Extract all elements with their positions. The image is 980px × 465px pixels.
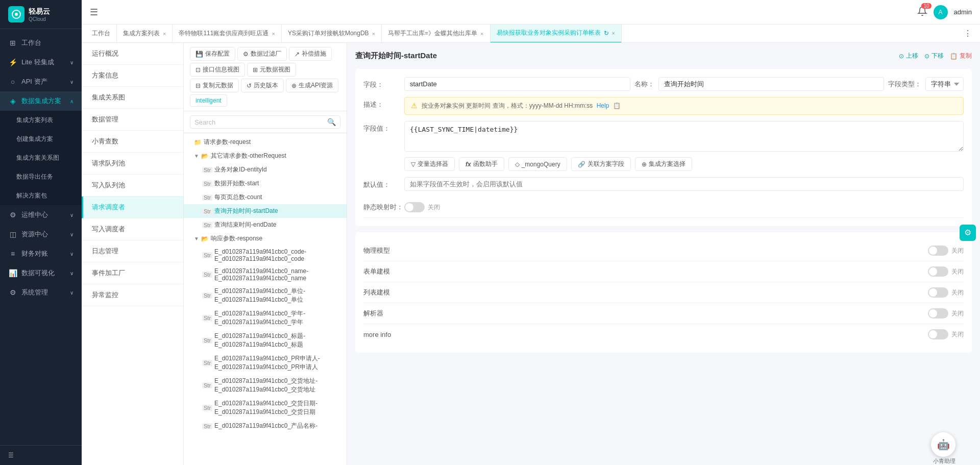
item-label: 数据开始数-start <box>214 179 340 188</box>
tree-item-year[interactable]: Str E_d010287a119a9f41cbc0_学年-E_d010287a… <box>184 307 347 329</box>
left-item-overview[interactable]: 运行概况 <box>82 43 183 65</box>
tree-item-delivery-date[interactable]: Str E_d010287a119a9f41cbc0_交货日期-E_d01028… <box>184 397 347 419</box>
tab-close-icon[interactable]: × <box>272 31 275 37</box>
name-label-text: 名称： <box>634 80 654 89</box>
tab-maheng[interactable]: 马帮手工出库=》金蝶其他出库单 × <box>382 25 490 43</box>
value-textarea[interactable]: {{LAST_SYNC_TIME|datetime}} <box>404 121 964 152</box>
tree-folder-other-request[interactable]: ▼ 📂 其它请求参数-otherRequest <box>184 149 347 163</box>
type-select[interactable]: 字符串 数字 布尔 日期 <box>925 77 964 91</box>
left-item-request-pool[interactable]: 请求队列池 <box>82 153 183 175</box>
tree-folder-response[interactable]: ▼ 📂 响应参数-response <box>184 232 347 246</box>
solution-select-button[interactable]: ⊕ 集成方案选择 <box>635 157 692 171</box>
tree-item-start[interactable]: Str 数据开始数-start <box>184 177 347 190</box>
refresh-icon[interactable]: ↻ <box>604 30 609 37</box>
sidebar-bottom[interactable]: ☰ <box>0 445 82 465</box>
tree-item-title[interactable]: Str E_d010287a119a9f41cbc0_标题-E_d010287a… <box>184 329 347 352</box>
history-button[interactable]: ↺ 历史版本 <box>241 79 284 92</box>
sidebar-item-ops[interactable]: ⚙ 运维中心 ∨ <box>0 205 82 225</box>
sidebar-sub-item-create[interactable]: 创建集成方案 <box>0 130 82 149</box>
sidebar-item-sysmgmt[interactable]: ⚙ 系统管理 ∨ <box>0 283 82 302</box>
tree-item-entity-id[interactable]: Str 业务对象ID-entityId <box>184 163 347 177</box>
left-item-write-pool[interactable]: 写入队列池 <box>82 175 183 197</box>
sidebar-item-api[interactable]: ○ API 资产 ∨ <box>0 72 82 91</box>
data-filter-button[interactable]: ⚙ 数据过滤厂 <box>237 47 287 61</box>
notification-bell[interactable]: 10 <box>917 6 927 18</box>
down-button[interactable]: ⊙ 下移 <box>924 52 944 60</box>
left-item-data-mgmt[interactable]: 数据管理 <box>82 109 183 131</box>
up-icon: ⊙ <box>899 53 904 60</box>
left-item-log-mgmt[interactable]: 日志管理 <box>82 240 183 262</box>
tab-close-icon[interactable]: × <box>372 31 375 37</box>
more-info-toggle[interactable] <box>928 329 948 339</box>
parser-toggle[interactable] <box>928 308 948 319</box>
help-link[interactable]: Help <box>597 102 609 109</box>
sidebar-item-lite[interactable]: ⚡ Lite 轻集成 ∨ <box>0 53 82 72</box>
tab-close-icon[interactable]: × <box>480 31 483 37</box>
left-panel: 运行概况 方案信息 集成关系图 数据管理 小青查数 请求队列池 写入队列池 请求… <box>82 43 184 465</box>
copy-desc-icon[interactable]: 📋 <box>613 102 621 109</box>
gen-api-button[interactable]: ⊕ 生成API资源 <box>286 79 338 92</box>
copy-data-button[interactable]: ⊟ 复制元数据 <box>190 79 239 92</box>
static-map-toggle[interactable] <box>404 202 425 212</box>
sidebar-sub-item-rel[interactable]: 集成方案关系图 <box>0 149 82 167</box>
tree-item-count[interactable]: Str 每页页总数-count <box>184 190 347 204</box>
tab-diti[interactable]: 帝特物联111账套供应商到旺店通 × <box>173 25 281 43</box>
assistant-button[interactable]: 🤖 <box>931 432 955 457</box>
sidebar-sub-item-export[interactable]: 数据导出任务 <box>0 167 82 186</box>
up-button[interactable]: ⊙ 上移 <box>899 52 918 60</box>
tree-item-product-name[interactable]: Str E_d010287a119a9f41cbc0_产品名称- <box>184 419 347 433</box>
tab-close-icon[interactable]: × <box>612 30 615 36</box>
sidebar-item-resource[interactable]: ◫ 资源中心 ∨ <box>0 225 82 244</box>
meta-view-button[interactable]: ⊞ 元数据视图 <box>247 63 296 77</box>
menu-toggle-icon[interactable]: ☰ <box>90 7 98 18</box>
interface-map-button[interactable]: ⊡ 接口信息视图 <box>190 63 245 77</box>
mongo-query-button[interactable]: ◇ _mongoQuery <box>508 157 567 171</box>
sidebar-sub-item-pkg[interactable]: 解决方案包 <box>0 186 82 205</box>
compensate-button[interactable]: ↗ 补偿措施 <box>289 47 332 61</box>
sidebar-item-finance[interactable]: ≡ 财务对账 ∨ <box>0 244 82 263</box>
tab-close-icon[interactable]: × <box>163 31 166 37</box>
sidebar-label: 数据可视化 <box>21 268 70 278</box>
search-input[interactable] <box>194 118 327 126</box>
settings-fab-button[interactable]: ⚙ <box>960 225 976 241</box>
field-input[interactable] <box>404 77 630 91</box>
sidebar-item-dataviz[interactable]: 📊 数据可视化 ∨ <box>0 263 82 283</box>
tree-item-name[interactable]: Str E_d010287a119a9f41cbc0_name-E_d01028… <box>184 265 347 284</box>
tab-solution-list[interactable]: 集成方案列表 × <box>117 25 173 43</box>
list-model-toggle[interactable] <box>928 287 948 298</box>
tree-item-unit[interactable]: Str E_d010287a119a9f41cbc0_单位-E_d010287a… <box>184 284 347 307</box>
save-config-button[interactable]: 💾 保存配置 <box>190 47 235 61</box>
form-model-toggle[interactable] <box>928 266 948 277</box>
search-icon[interactable]: 🔍 <box>327 118 336 126</box>
left-item-integration-map[interactable]: 集成关系图 <box>82 87 183 109</box>
copy-field-button[interactable]: 📋 复制 <box>950 52 972 60</box>
related-field-button[interactable]: 🔗 关联方案字段 <box>571 157 631 171</box>
default-input[interactable] <box>404 177 964 191</box>
var-selector-button[interactable]: ▽ 变量选择器 <box>404 157 455 171</box>
left-item-event-factory[interactable]: 事件加工厂 <box>82 262 183 284</box>
tree-item-code[interactable]: Str E_d010287a119a9f41cbc0_code-E_d01028… <box>184 246 347 265</box>
left-item-anomaly[interactable]: 异常监控 <box>82 284 183 306</box>
tab-ys[interactable]: YS采购订单对接帆软MongDB × <box>282 25 382 43</box>
tabs-more-icon[interactable]: ⋮ <box>960 29 976 38</box>
toggle-row-static: 静态映射时： 关闭 <box>363 197 964 218</box>
left-item-xiaoming[interactable]: 小青查数 <box>82 131 183 153</box>
tree-item-pr-applicant[interactable]: Str E_d010287a119a9f41cbc0_PR申请人-E_d0102… <box>184 352 347 374</box>
tree-item-start-date[interactable]: Str 查询开始时间-startDate <box>184 204 347 218</box>
left-item-request-dispatcher[interactable]: 请求调度者 <box>82 197 183 218</box>
tree-item-delivery-addr[interactable]: Str E_d010287a119a9f41cbc0_交货地址-E_d01028… <box>184 374 347 397</box>
intelligent-button[interactable]: intelligent <box>190 94 227 107</box>
tree-item-end-date[interactable]: Str 查询结束时间-endDate <box>184 218 347 232</box>
physical-toggle[interactable] <box>928 246 948 256</box>
tab-workbench[interactable]: 工作台 <box>86 25 117 43</box>
chevron-down-icon: ∨ <box>70 212 74 218</box>
sidebar-item-workbench[interactable]: ⊞ 工作台 <box>0 33 82 53</box>
tab-yikuai[interactable]: 易快报获取业务对象实例采购订单帐表 ↻ × <box>491 25 622 43</box>
left-item-solution-info[interactable]: 方案信息 <box>82 65 183 87</box>
sidebar-item-data-solution[interactable]: ◈ 数据集成方案 ∧ <box>0 91 82 111</box>
tree-folder-request[interactable]: 📁 请求参数-request <box>184 135 347 149</box>
name-input[interactable] <box>658 77 885 91</box>
left-item-write-dispatcher[interactable]: 写入调度者 <box>82 218 183 240</box>
func-helper-button[interactable]: fx 函数助手 <box>459 157 504 171</box>
sidebar-sub-item-solution-list[interactable]: 集成方案列表 <box>0 111 82 130</box>
